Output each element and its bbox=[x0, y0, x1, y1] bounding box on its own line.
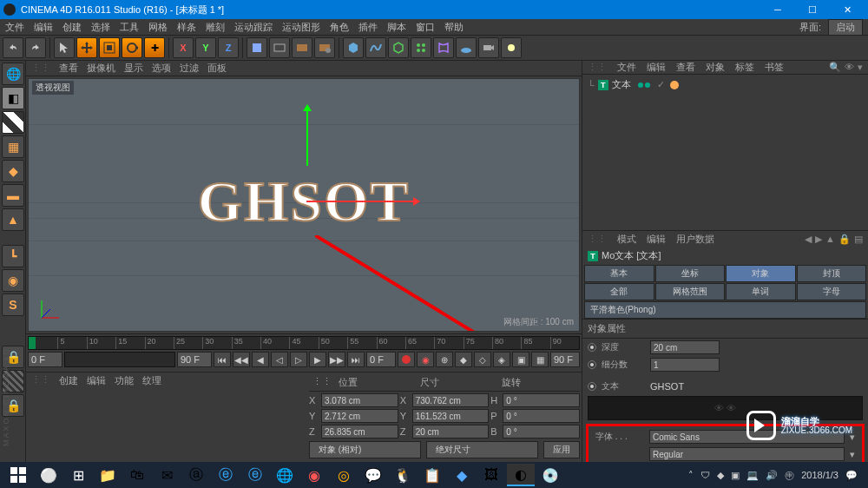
text-radio[interactable] bbox=[588, 382, 596, 391]
snap-button[interactable]: S bbox=[2, 293, 24, 316]
nav-up-icon[interactable]: ▲ bbox=[825, 234, 835, 245]
end-frame-field[interactable]: 90 F bbox=[177, 352, 212, 367]
app2-icon[interactable]: ◉ bbox=[300, 464, 328, 486]
layout-dropdown[interactable]: 启动 bbox=[828, 19, 863, 36]
tab-basic[interactable]: 基本 bbox=[584, 265, 654, 282]
axis-z-button[interactable]: Z bbox=[218, 37, 239, 58]
font-field[interactable]: Comic Sans bbox=[649, 430, 845, 444]
om-view[interactable]: 查看 bbox=[676, 61, 695, 74]
nurbs-button[interactable] bbox=[388, 37, 409, 58]
app3-icon[interactable]: ◎ bbox=[330, 464, 358, 486]
render-region-button[interactable] bbox=[292, 37, 312, 58]
attr-userdata[interactable]: 用户数据 bbox=[676, 233, 714, 246]
mat-create[interactable]: 创建 bbox=[59, 374, 78, 387]
style-dropdown-icon[interactable]: ▾ bbox=[850, 449, 855, 460]
axis-x-button[interactable]: X bbox=[173, 37, 194, 58]
prev-key-button[interactable]: ◀◀ bbox=[233, 352, 250, 367]
view-menu-panel[interactable]: 面板 bbox=[207, 62, 227, 75]
taskview-icon[interactable]: ⊞ bbox=[64, 464, 92, 486]
tray-shield-icon[interactable]: 🛡 bbox=[700, 470, 710, 480]
app5-icon[interactable]: ◆ bbox=[448, 464, 476, 486]
menu-edit[interactable]: 编辑 bbox=[34, 21, 53, 34]
goto-end-button[interactable]: ⏭ bbox=[347, 352, 365, 367]
environment-button[interactable] bbox=[456, 37, 477, 58]
edge-mode-button[interactable]: ▬ bbox=[2, 184, 24, 207]
render-view-button[interactable] bbox=[269, 37, 290, 58]
redo-button[interactable] bbox=[25, 37, 46, 58]
prev-frame-button[interactable]: ◀ bbox=[252, 352, 269, 367]
depth-field[interactable]: 20 cm bbox=[650, 340, 720, 354]
menu-mograph[interactable]: 运动图形 bbox=[282, 21, 320, 34]
om-bookmarks[interactable]: 书签 bbox=[765, 61, 784, 74]
tab-letter[interactable]: 字母 bbox=[797, 283, 867, 300]
timeline-ruler[interactable]: 051015202530354045505560657075808590 bbox=[28, 336, 580, 350]
rotate-tool[interactable] bbox=[122, 37, 142, 58]
maximize-button[interactable]: ☐ bbox=[795, 0, 830, 19]
light-button[interactable] bbox=[501, 37, 522, 58]
size-mode-button[interactable]: 绝对尺寸 bbox=[426, 441, 538, 458]
loop-start-field[interactable]: 0 F bbox=[366, 352, 396, 367]
axis-y-button[interactable]: Y bbox=[195, 37, 216, 58]
app1-icon[interactable]: ⓐ bbox=[182, 464, 210, 486]
menu-sculpt[interactable]: 雕刻 bbox=[206, 21, 225, 34]
menu-mesh[interactable]: 网格 bbox=[148, 21, 168, 34]
tab-all[interactable]: 全部 bbox=[584, 283, 654, 300]
depth-radio[interactable] bbox=[588, 343, 596, 352]
font-style-field[interactable]: Regular bbox=[649, 447, 845, 461]
tab-object[interactable]: 对象 bbox=[726, 265, 796, 282]
x-axis-gizmo[interactable] bbox=[306, 201, 419, 202]
object-tree[interactable]: └ T 文本 ✓ bbox=[582, 75, 868, 230]
font-dropdown-icon[interactable]: ▾ bbox=[850, 432, 855, 443]
loop-end-field[interactable]: 90 F bbox=[550, 352, 580, 367]
menu-select[interactable]: 选择 bbox=[91, 21, 110, 34]
nav-fwd-icon[interactable]: ▶ bbox=[815, 234, 822, 245]
tray-vol-icon[interactable]: 🔊 bbox=[766, 470, 778, 481]
tab-word[interactable]: 单词 bbox=[726, 283, 796, 300]
select-tool[interactable] bbox=[54, 37, 75, 58]
tray-ime-icon[interactable]: ㊥ bbox=[785, 469, 794, 482]
tray-up-icon[interactable]: ˄ bbox=[688, 470, 694, 481]
scale-tool[interactable] bbox=[99, 37, 120, 58]
attr-mode[interactable]: 模式 bbox=[617, 233, 636, 246]
menu-tools[interactable]: 工具 bbox=[120, 21, 139, 34]
rot-b-field[interactable]: 0 ° bbox=[503, 425, 580, 439]
rot-h-field[interactable]: 0 ° bbox=[503, 393, 580, 407]
om-file[interactable]: 文件 bbox=[617, 61, 636, 74]
app4-icon[interactable]: 📋 bbox=[418, 464, 446, 486]
viewport[interactable]: 透视视图 GHSOT 网格间距 : 100 cm bbox=[28, 78, 580, 332]
deformer-button[interactable] bbox=[433, 37, 454, 58]
goto-start-button[interactable]: ⏮ bbox=[214, 352, 231, 367]
axis-mode-button[interactable]: ┗ bbox=[2, 245, 24, 267]
eye-icon[interactable]: 👁 bbox=[845, 62, 854, 73]
coord-system-button[interactable] bbox=[247, 37, 267, 58]
search-taskbar-icon[interactable]: ⚪ bbox=[35, 464, 62, 486]
close-button[interactable]: ✕ bbox=[830, 0, 865, 19]
menu-script[interactable]: 脚本 bbox=[387, 21, 406, 34]
move-tool[interactable] bbox=[76, 37, 97, 58]
tray-net-icon[interactable]: 💻 bbox=[746, 470, 759, 481]
pos-z-field[interactable]: 26.835 cm bbox=[321, 425, 398, 439]
menu-spline[interactable]: 样条 bbox=[177, 21, 196, 34]
c4d-taskbar-icon[interactable]: ◐ bbox=[507, 464, 535, 486]
apply-button[interactable]: 应用 bbox=[543, 441, 580, 458]
attr-edit[interactable]: 编辑 bbox=[647, 233, 666, 246]
workplane-button[interactable]: ▦ bbox=[2, 135, 24, 158]
playhead[interactable] bbox=[29, 337, 36, 349]
rot-p-field[interactable]: 0 ° bbox=[503, 409, 580, 423]
menu-file[interactable]: 文件 bbox=[5, 21, 24, 34]
key-pos-button[interactable]: ◆ bbox=[455, 352, 472, 367]
subdiv-radio[interactable] bbox=[588, 360, 596, 369]
pos-x-field[interactable]: 3.078 cm bbox=[321, 393, 398, 407]
next-key-button[interactable]: ▶▶ bbox=[328, 352, 345, 367]
pos-y-field[interactable]: 2.712 cm bbox=[321, 409, 398, 423]
make-editable-button[interactable]: 🌐 bbox=[2, 63, 24, 85]
om-edit[interactable]: 编辑 bbox=[647, 61, 666, 74]
array-button[interactable] bbox=[411, 37, 431, 58]
coord-mode-button[interactable]: 对象 (相对) bbox=[309, 441, 421, 458]
autokey-button[interactable]: ◉ bbox=[417, 352, 434, 367]
tray-app2-icon[interactable]: ▣ bbox=[731, 470, 740, 481]
store-icon[interactable]: 🛍 bbox=[123, 464, 151, 486]
mat-function[interactable]: 功能 bbox=[115, 374, 134, 387]
viewport-solo-button[interactable]: ◉ bbox=[2, 269, 24, 292]
view-menu-camera[interactable]: 摄像机 bbox=[87, 62, 115, 75]
